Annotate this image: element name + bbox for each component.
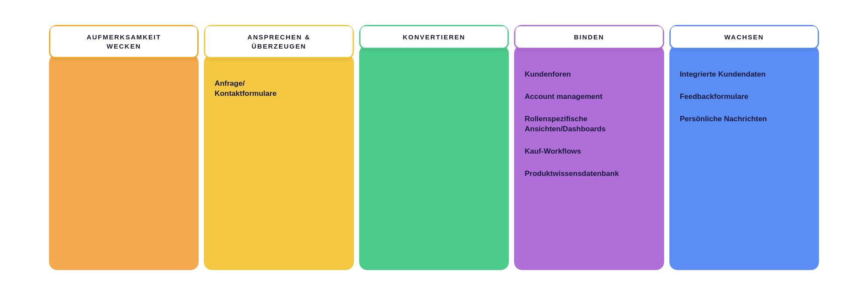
column-body-wachsen: Integrierte KundendatenFeedbackformulare…: [669, 46, 819, 270]
column-ansprechen: ANSPRECHEN &ÜBERZEUGENAnfrage/Kontaktfor…: [204, 25, 354, 270]
column-binden: BINDENKundenforenAccount managementRolle…: [514, 25, 664, 270]
column-header-aufmerksamkeit: AUFMERKSAMKEITWECKEN: [49, 25, 199, 58]
list-item: Feedbackformulare: [680, 92, 808, 102]
column-header-binden: BINDEN: [514, 25, 664, 49]
list-item: Kundenforen: [525, 70, 653, 80]
column-konvertieren: KONVERTIEREN: [359, 25, 509, 270]
column-header-konvertieren: KONVERTIEREN: [359, 25, 509, 49]
list-item: Persönliche Nachrichten: [680, 114, 808, 124]
columns-container: AUFMERKSAMKEITWECKENANSPRECHEN &ÜBERZEUG…: [40, 16, 828, 279]
column-header-wachsen: WACHSEN: [669, 25, 819, 49]
list-item: Anfrage/Kontaktformulare: [214, 79, 343, 99]
column-body-konvertieren: [359, 46, 509, 270]
column-header-ansprechen: ANSPRECHEN &ÜBERZEUGEN: [204, 25, 354, 58]
list-item: Rollenspezifische Ansichten/Dashboards: [525, 114, 653, 134]
list-item: Produktwissensdatenbank: [525, 169, 653, 179]
column-aufmerksamkeit: AUFMERKSAMKEITWECKEN: [49, 25, 199, 270]
list-item: Integrierte Kundendaten: [680, 70, 808, 80]
list-item: Kauf-Workflows: [525, 147, 653, 157]
column-wachsen: WACHSENIntegrierte KundendatenFeedbackfo…: [669, 25, 819, 270]
list-item: Account management: [525, 92, 653, 102]
column-body-aufmerksamkeit: [49, 55, 199, 270]
column-body-binden: KundenforenAccount managementRollenspezi…: [514, 46, 664, 270]
column-body-ansprechen: Anfrage/Kontaktformulare: [204, 55, 354, 270]
